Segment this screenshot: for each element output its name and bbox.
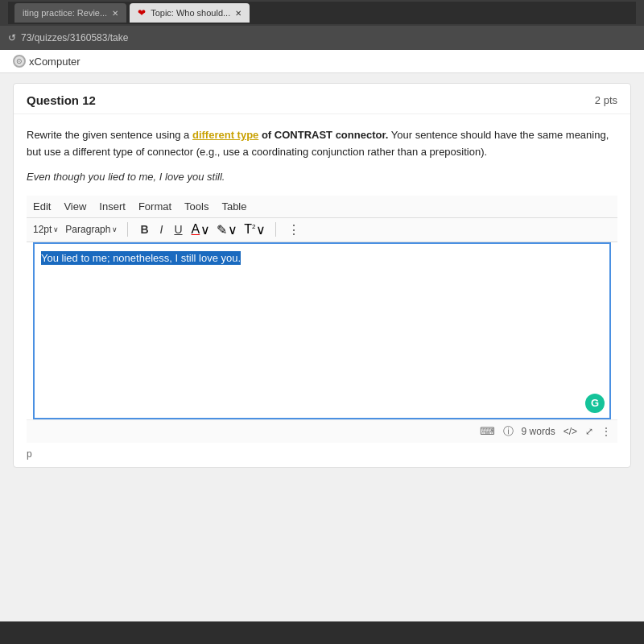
font-size-value: 12pt bbox=[33, 224, 52, 235]
tab-1-close[interactable]: ✕ bbox=[112, 9, 118, 18]
tab-2-close[interactable]: ✕ bbox=[235, 9, 242, 18]
format-divider-1 bbox=[127, 222, 128, 237]
superscript-button[interactable]: T2 ∨ bbox=[244, 222, 266, 237]
highlight-arrow: ∨ bbox=[228, 222, 237, 237]
menu-edit[interactable]: Edit bbox=[33, 200, 51, 213]
logo-symbol: ⊙ bbox=[16, 57, 23, 65]
more-options-button[interactable]: ⋮ bbox=[287, 222, 300, 237]
tab-1-label: iting practice: Revie... bbox=[23, 8, 107, 18]
tab-2-icon: ❤ bbox=[138, 7, 146, 19]
browser-chrome: iting practice: Revie... ✕ ❤ Topic: Who … bbox=[0, 0, 644, 26]
code-view-label: </> bbox=[564, 426, 577, 437]
underline-button[interactable]: U bbox=[171, 222, 184, 237]
keyboard-icon: ⌨ bbox=[480, 425, 495, 437]
question-title: Question 12 bbox=[27, 93, 96, 107]
superscript-arrow: ∨ bbox=[256, 222, 266, 237]
expand-item[interactable]: ⤢ bbox=[585, 426, 593, 437]
menu-format[interactable]: Format bbox=[138, 200, 171, 213]
word-count-item: 9 words bbox=[522, 426, 555, 437]
font-size-chevron: ∨ bbox=[53, 225, 59, 233]
question-instruction: Rewrite the given sentence using a diffe… bbox=[27, 127, 617, 161]
font-size-select[interactable]: 12pt ∨ bbox=[33, 224, 59, 235]
more-status-icon: ⋮ bbox=[601, 426, 611, 437]
editor-menu: Edit View Insert Format Tools Table bbox=[27, 196, 617, 218]
tab-1[interactable]: iting practice: Revie... ✕ bbox=[14, 3, 126, 23]
paragraph-select[interactable]: Paragraph ∨ bbox=[65, 224, 118, 235]
font-color-arrow: ∨ bbox=[200, 222, 210, 237]
menu-table[interactable]: Table bbox=[221, 200, 246, 213]
instruction-plain-1: Rewrite the given sentence using a bbox=[27, 129, 192, 141]
italic-button[interactable]: I bbox=[158, 222, 166, 237]
grammarly-icon[interactable]: G bbox=[585, 394, 605, 413]
address-bar: ↺ 73/quizzes/3160583/take bbox=[0, 26, 644, 50]
question-card: Question 12 2 pts Rewrite the given sent… bbox=[13, 83, 631, 468]
editor-status-bar: ⌨ ⓘ 9 words </> ⤢ ⋮ bbox=[27, 419, 617, 443]
highlight-button[interactable]: ✎ ∨ bbox=[217, 222, 237, 237]
element-indicator: p bbox=[27, 448, 32, 460]
menu-view[interactable]: View bbox=[64, 200, 86, 213]
accessibility-icon-item: ⓘ bbox=[503, 424, 514, 439]
keyboard-shortcut-icon-item: ⌨ bbox=[480, 425, 495, 437]
menu-tools[interactable]: Tools bbox=[184, 200, 208, 213]
word-count-label: 9 words bbox=[522, 426, 555, 437]
accessibility-icon: ⓘ bbox=[503, 424, 514, 439]
menu-insert[interactable]: Insert bbox=[99, 200, 126, 213]
paragraph-chevron: ∨ bbox=[112, 225, 118, 233]
site-logo: ⊙ xComputer bbox=[13, 55, 80, 68]
expand-icon: ⤢ bbox=[585, 426, 593, 437]
instruction-highlight: different type bbox=[192, 129, 258, 141]
more-status-item[interactable]: ⋮ bbox=[601, 426, 611, 437]
code-view-item[interactable]: </> bbox=[564, 426, 577, 437]
font-color-button[interactable]: A ∨ bbox=[192, 222, 211, 237]
site-name: xComputer bbox=[29, 56, 80, 68]
editor-footer: p bbox=[14, 443, 630, 467]
page-content: ⊙ xComputer Question 12 2 pts Rewrite th… bbox=[0, 50, 644, 621]
bold-button[interactable]: B bbox=[138, 222, 151, 237]
selected-text: You lied to me; nonetheless, I still lov… bbox=[41, 251, 241, 265]
question-pts: 2 pts bbox=[595, 94, 617, 106]
tab-2-label: Topic: Who should... bbox=[151, 8, 230, 18]
tab-2[interactable]: ❤ Topic: Who should... ✕ bbox=[130, 3, 250, 23]
highlight-icon: ✎ bbox=[217, 222, 227, 237]
question-header: Question 12 2 pts bbox=[14, 84, 630, 114]
font-color-icon: A bbox=[192, 222, 200, 237]
editor: Edit View Insert Format Tools Table 12pt… bbox=[27, 196, 617, 443]
editor-content-area[interactable]: You lied to me; nonetheless, I still lov… bbox=[33, 242, 611, 419]
site-header: ⊙ xComputer bbox=[0, 50, 644, 73]
source-sentence: Even though you lied to me, I love you s… bbox=[27, 171, 617, 183]
address-text[interactable]: 73/quizzes/3160583/take bbox=[21, 32, 128, 43]
superscript-icon: T2 bbox=[244, 222, 255, 237]
question-body: Rewrite the given sentence using a diffe… bbox=[14, 114, 630, 443]
editor-format-bar: 12pt ∨ Paragraph ∨ B I U A ∨ bbox=[27, 218, 617, 242]
logo-icon: ⊙ bbox=[13, 55, 26, 68]
paragraph-value: Paragraph bbox=[65, 224, 110, 235]
format-divider-2 bbox=[275, 222, 276, 237]
instruction-bold: of CONTRAST connector. bbox=[258, 129, 388, 141]
reload-icon[interactable]: ↺ bbox=[8, 32, 16, 43]
